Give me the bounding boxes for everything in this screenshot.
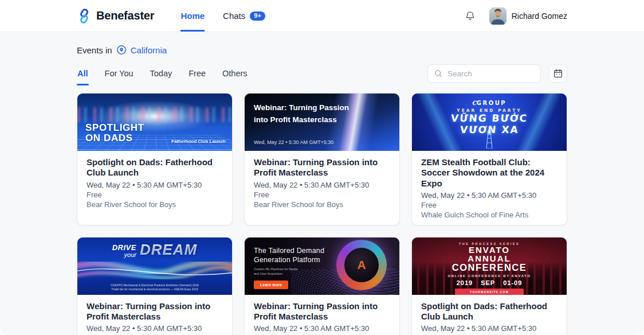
search-icon: [434, 69, 443, 78]
event-datetime: Wed, May 22 • 5:30 AM GMT+5:30: [254, 181, 390, 189]
card-body: Spotlight on Dads: Fatherhood Club Launc…: [412, 295, 567, 335]
event-title: Webinar: Turning Passion into Profit Mas…: [254, 157, 390, 178]
card-body: Webinar: Turning Passion into Profit Mas…: [245, 151, 399, 215]
chats-count-badge: 9+: [250, 11, 265, 21]
event-title: Spotlight on Dads: Fatherhood Club Launc…: [87, 157, 223, 178]
toolbar-right: [427, 64, 567, 83]
event-card-webinar-3[interactable]: A The Tailored Demand Generation Platfor…: [244, 237, 400, 335]
notifications-bell-icon[interactable]: [465, 10, 476, 21]
card-body: ZEM Stealth Football Club: Soccer Showdo…: [412, 151, 567, 225]
banner-tag: Fatherhood Club Launch: [171, 139, 226, 144]
banner-fineprint: CAEXPO Mechanical & Electrical Products …: [77, 283, 232, 292]
event-price: Free: [254, 190, 390, 199]
event-price: Free: [421, 201, 557, 209]
card-body: Webinar: Turning Passion into Profit Mas…: [245, 295, 399, 335]
event-venue: Bear River School for Boys: [254, 200, 390, 209]
chain-links-icon: [77, 9, 92, 24]
nav-item-chats[interactable]: Chats 9+: [223, 0, 265, 32]
card-body: Webinar: Turning Passion into Profit Mas…: [77, 295, 232, 335]
event-card-webinar-1[interactable]: Webinar: Turning Passion into Profit Mas…: [244, 93, 400, 225]
search-box[interactable]: [427, 64, 541, 83]
event-banner-webinar: Webinar: Turning Passion into Profit Mas…: [245, 94, 399, 151]
sphere-graphic: A: [336, 240, 387, 290]
banner-date: Wed, May 22 • 5:30 AM GMT+5:30: [254, 139, 333, 145]
banner-cta-button: YOURWEBSITE.COM: [455, 289, 524, 295]
avatar[interactable]: [489, 7, 506, 25]
event-datetime: Wed, May 22 • 5:30 AM GMT+5:30: [87, 324, 223, 333]
banner-heading: DRIVE your DREAM: [77, 242, 232, 258]
event-card-spotlight-dads-2[interactable]: THE PROCESS SERIES ENVATO ANNUAL CONFERE…: [411, 237, 567, 335]
event-datetime: Wed, May 22 • 5:30 AM GMT+5:30: [421, 191, 557, 200]
event-datetime: Wed, May 22 • 5:30 AM GMT+5:30: [254, 324, 390, 333]
event-banner-envato-conference: THE PROCESS SERIES ENVATO ANNUAL CONFERE…: [412, 237, 567, 295]
event-datetime: Wed, May 22 • 5:30 AM GMT+5:30: [87, 181, 223, 189]
sphere-letter: A: [357, 258, 366, 272]
top-header: Benefaster Home Chats 9+: [0, 0, 644, 32]
banner-heading: CGROUP YEAR END PARTY VỮNG BƯỚC VƯƠN XA: [412, 94, 567, 151]
card-body: Spotlight on Dads: Fatherhood Club Launc…: [77, 151, 232, 215]
brand-logo[interactable]: Benefaster: [77, 0, 154, 32]
event-banner-drive-dream: DRIVE your DREAM CAEXPO Mechanical & Ele…: [77, 237, 232, 295]
event-venue: Whale Gulch School of Fine Arts: [421, 211, 557, 219]
banner-cta-button: Learn more: [254, 281, 288, 289]
main-content: Events in California All For You Today F…: [0, 45, 644, 335]
nav-chats-label: Chats: [223, 11, 245, 21]
event-price: Free: [87, 190, 223, 199]
brand-name: Benefaster: [96, 9, 154, 22]
filter-tabs: All For You Today Free Others: [77, 68, 248, 79]
tab-today[interactable]: Today: [150, 68, 173, 79]
event-title: Webinar: Turning Passion into Profit Mas…: [87, 301, 223, 322]
nav-home-label: Home: [180, 11, 205, 21]
event-banner-year-end-party: CGROUP YEAR END PARTY VỮNG BƯỚC VƯƠN XA: [412, 94, 567, 151]
event-title: ZEM Stealth Football Club: Soccer Showdo…: [421, 157, 557, 189]
event-card-webinar-2[interactable]: DRIVE your DREAM CAEXPO Mechanical & Ele…: [77, 237, 233, 335]
event-title: Spotlight on Dads: Fatherhood Club Launc…: [421, 301, 557, 322]
banner-heading: The Tailored Demand Generation Platform …: [254, 247, 324, 289]
header-right-cluster: Richard Gomez: [465, 0, 567, 32]
banner-heading: Webinar: Turning Passion into Profit Mas…: [254, 102, 349, 126]
events-location-row: Events in California: [77, 45, 567, 55]
map-pin-icon: [116, 45, 127, 55]
banner-heading: THE PROCESS SERIES ENVATO ANNUAL CONFERE…: [412, 237, 567, 295]
event-card-grid: SPOTLIGHT ON DADS Fatherhood Club Launch…: [77, 93, 567, 335]
event-venue: Bear River School for Boys: [87, 200, 223, 209]
tab-all[interactable]: All: [77, 68, 89, 79]
app-window: Benefaster Home Chats 9+: [0, 0, 644, 335]
user-name[interactable]: Richard Gomez: [512, 11, 567, 21]
filter-toolbar: All For You Today Free Others: [77, 64, 567, 83]
events-in-label: Events in: [77, 45, 112, 55]
location-link[interactable]: California: [131, 45, 167, 55]
event-card-spotlight-dads-1[interactable]: SPOTLIGHT ON DADS Fatherhood Club Launch…: [77, 93, 233, 225]
main-nav: Home Chats 9+: [180, 0, 265, 32]
tab-for-you[interactable]: For You: [104, 68, 134, 79]
event-card-zem-soccer[interactable]: CGROUP YEAR END PARTY VỮNG BƯỚC VƯƠN XA …: [411, 93, 567, 225]
event-datetime: Wed, May 22 • 5:30 AM GMT+5:30: [421, 324, 557, 333]
nav-item-home[interactable]: Home: [180, 0, 205, 32]
tab-others[interactable]: Others: [222, 68, 248, 79]
event-banner-demand-platform: A The Tailored Demand Generation Platfor…: [245, 237, 399, 295]
calendar-button[interactable]: [549, 64, 567, 83]
search-input[interactable]: [447, 69, 535, 78]
tab-free[interactable]: Free: [188, 68, 206, 79]
banner-heading: SPOTLIGHT ON DADS: [85, 123, 144, 144]
event-banner-spotlight: SPOTLIGHT ON DADS Fatherhood Club Launch: [77, 94, 232, 151]
event-title: Webinar: Turning Passion into Profit Mas…: [254, 301, 390, 322]
calendar-icon: [553, 68, 563, 79]
